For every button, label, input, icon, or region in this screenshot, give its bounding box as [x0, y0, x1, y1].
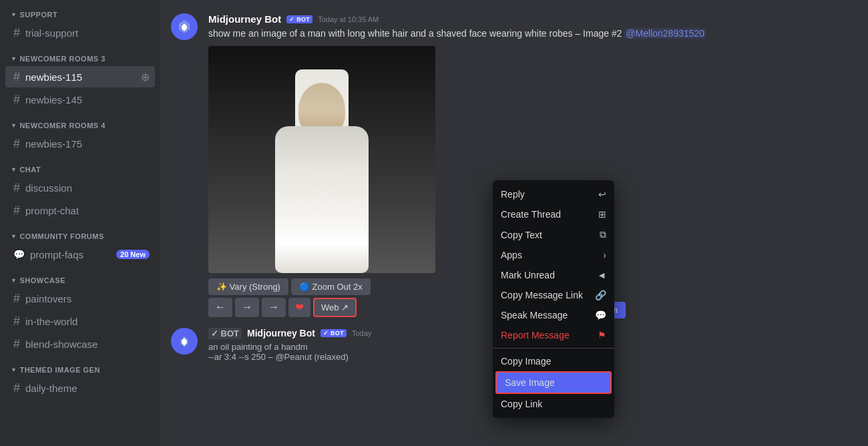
context-menu-copy-link[interactable]: Copy Link: [493, 394, 614, 414]
sidebar-item-discussion[interactable]: # discussion: [5, 177, 155, 198]
message-header: Midjourney Bot ✓ BOT Today at 10:35 AM: [208, 13, 857, 25]
link-icon: 🔗: [595, 290, 606, 300]
sidebar-item-newbies-115[interactable]: # newbies-115 ⊕: [5, 66, 155, 87]
thread-icon: ⊞: [598, 209, 606, 220]
figure-body: [275, 126, 369, 273]
context-menu-reply[interactable]: Reply ↩: [493, 184, 614, 204]
arrow-right2-button[interactable]: →: [262, 298, 286, 317]
zoom-out-button[interactable]: 🔵 Zoom Out 2x: [291, 278, 371, 295]
context-menu-divider: [493, 348, 614, 349]
mention: @Mellon28931520: [624, 28, 706, 39]
section-support[interactable]: ▼ SUPPORT: [0, 0, 160, 21]
message-timestamp: Today at 10:35 AM: [318, 15, 379, 23]
chevron-icon: ▼: [11, 11, 17, 18]
sidebar-item-trial-support[interactable]: # trial-support: [5, 22, 155, 43]
context-menu-mark-unread[interactable]: Mark Unread ◄: [493, 265, 614, 285]
hash-icon: #: [13, 181, 20, 195]
unread-badge: 20 New: [116, 250, 150, 259]
chevron-icon: ▼: [11, 233, 17, 240]
flag-icon: ⚑: [598, 330, 606, 341]
chevron-icon: ▼: [11, 166, 17, 173]
bot-badge-2: ✓ BOT: [320, 329, 347, 337]
hash-icon: #: [13, 137, 20, 151]
avatar: [171, 13, 198, 40]
main-content: Midjourney Bot ✓ BOT Today at 10:35 AM s…: [160, 0, 868, 446]
section-newcomer-rooms-4[interactable]: ▼ NEWCOMER ROOMS 4: [0, 111, 160, 132]
message-timestamp-2: Today: [352, 329, 371, 337]
arrow-left-button[interactable]: ←: [208, 298, 232, 317]
sidebar-item-blend-showcase[interactable]: # blend-showcase: [5, 333, 155, 355]
hash-icon: #: [13, 26, 20, 40]
section-community-forums[interactable]: ▼ COMMUNITY FORUMS: [0, 222, 160, 243]
sidebar-item-in-the-world[interactable]: # in-the-world: [5, 310, 155, 332]
web-button[interactable]: Web ↗: [313, 298, 357, 317]
hash-icon: #: [13, 314, 20, 328]
sidebar-item-prompt-faqs[interactable]: 💬 prompt-faqs 20 New: [5, 244, 155, 265]
section-newcomer-rooms-3[interactable]: ▼ NEWCOMER ROOMS 3: [0, 44, 160, 65]
image-figure: [208, 46, 435, 273]
context-menu-copy-message-link[interactable]: Copy Message Link 🔗: [493, 285, 614, 305]
hash-icon: #: [13, 204, 20, 218]
context-menu-copy-image[interactable]: Copy Image: [493, 351, 614, 371]
copy-icon: ⧉: [600, 229, 606, 240]
sidebar: ▼ SUPPORT # trial-support ▼ NEWCOMER ROO…: [0, 0, 160, 446]
sidebar-item-prompt-chat[interactable]: # prompt-chat: [5, 200, 155, 221]
avatar-2: [171, 328, 198, 355]
context-menu: Reply ↩ Create Thread ⊞ Copy Text ⧉ Apps…: [493, 180, 614, 418]
context-menu-create-thread[interactable]: Create Thread ⊞: [493, 204, 614, 224]
sidebar-item-newbies-175[interactable]: # newbies-175: [5, 133, 155, 154]
arrow-right-button[interactable]: →: [235, 298, 259, 317]
context-menu-apps[interactable]: Apps ›: [493, 245, 614, 265]
section-themed-image-gen[interactable]: ▼ THEMED IMAGE GEN: [0, 355, 160, 377]
reply-icon: ↩: [598, 189, 606, 200]
context-menu-save-image[interactable]: Save Image: [495, 371, 612, 394]
sidebar-item-daily-theme[interactable]: # daily-theme: [5, 377, 155, 399]
forum-icon: 💬: [13, 249, 25, 260]
section-chat[interactable]: ▼ CHAT: [0, 155, 160, 176]
add-member-icon[interactable]: ⊕: [141, 71, 150, 83]
bot-indicator: ✓ BOT: [208, 328, 242, 339]
chevron-icon: ▼: [11, 277, 17, 284]
apps-arrow-icon: ›: [603, 250, 606, 260]
heart-button[interactable]: ❤: [288, 298, 310, 317]
sidebar-item-paintovers[interactable]: # paintovers: [5, 288, 155, 309]
section-showcase[interactable]: ▼ SHOWCASE: [0, 266, 160, 287]
context-menu-speak-message[interactable]: Speak Message 💬: [493, 305, 614, 325]
hash-icon: #: [13, 93, 20, 107]
message-author: Midjourney Bot: [208, 13, 281, 25]
hash-icon: #: [13, 70, 20, 84]
hash-icon: #: [13, 292, 20, 306]
message-text: show me an image of a man with long whit…: [208, 27, 857, 41]
message-author-2: Midjourney Bot: [247, 328, 315, 339]
sidebar-item-newbies-145[interactable]: # newbies-145: [5, 89, 155, 110]
context-menu-copy-text[interactable]: Copy Text ⧉: [493, 224, 614, 245]
vary-strong-button[interactable]: ✨ Vary (Strong): [208, 278, 288, 295]
bot-badge: ✓ BOT: [286, 15, 312, 23]
hash-icon: #: [13, 337, 20, 351]
chevron-icon: ▼: [11, 55, 17, 62]
ai-generated-image[interactable]: [208, 46, 435, 273]
hash-icon: #: [13, 381, 20, 395]
mark-unread-icon: ◄: [597, 270, 606, 280]
context-menu-report-message[interactable]: Report Message ⚑: [493, 325, 614, 345]
speak-icon: 💬: [595, 310, 606, 320]
messages-area: Midjourney Bot ✓ BOT Today at 10:35 AM s…: [160, 0, 868, 446]
chevron-icon: ▼: [11, 122, 17, 129]
chevron-icon: ▼: [11, 367, 17, 373]
